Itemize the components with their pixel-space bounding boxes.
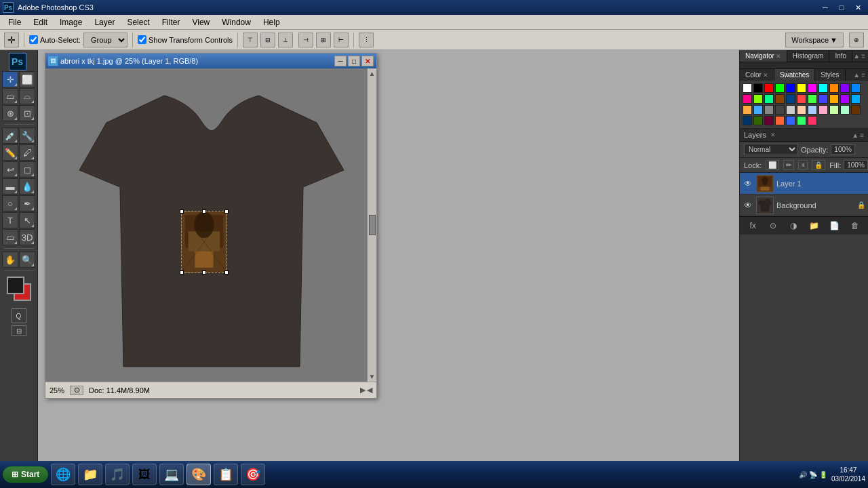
color-swatch[interactable] [851,105,861,115]
color-swatch[interactable] [808,116,817,125]
spot-healing-btn[interactable]: 🔧 [19,127,35,144]
tab-navigator[interactable]: Navigator ✕ [740,50,787,62]
color-tab-close[interactable]: ✕ [763,72,768,79]
align-right-btn[interactable]: ⊢ [334,33,349,47]
screen-mode-btn[interactable]: ⊟ [12,325,26,336]
color-panel-menu-btn[interactable]: ≡ [861,71,865,79]
align-vcenter-btn[interactable]: ⊟ [260,33,275,47]
color-swatch[interactable] [753,116,763,125]
fill-value[interactable]: 100% [844,160,868,170]
lock-all-btn[interactable]: + [798,160,808,170]
zoom-btn[interactable]: ⊙ [70,386,83,395]
maximize-button[interactable]: □ [834,2,849,13]
doc-close-btn[interactable]: ✕ [361,56,374,66]
3d-btn[interactable]: 3D [19,229,35,245]
taskbar-explorer[interactable]: 📁 [78,464,102,485]
hand-tool-btn[interactable]: ✋ [2,251,18,268]
menu-help[interactable]: Help [258,16,285,29]
color-swatch[interactable] [764,116,774,125]
history-brush-btn[interactable]: ↩ [2,161,18,178]
taskbar-media[interactable]: 🎵 [105,464,130,485]
menu-view[interactable]: View [186,16,215,29]
color-swatch[interactable] [764,94,774,104]
color-swatch[interactable] [775,116,785,125]
transform-handle-tl[interactable] [180,209,184,214]
transform-handle-tm[interactable] [202,209,206,214]
color-swatch[interactable] [840,105,850,115]
brush-tool-btn[interactable]: ✏️ [2,144,18,161]
align-hcenter-btn[interactable]: ⊞ [316,33,331,47]
start-button[interactable]: ⊞ Start [3,466,48,483]
taskbar-browser[interactable]: 🌐 [51,464,75,485]
new-group-btn[interactable]: 📁 [808,220,821,232]
color-swatch[interactable] [808,83,817,93]
color-swatch[interactable] [775,94,785,104]
color-swatch[interactable] [753,94,763,104]
navigator-tab-close[interactable]: ✕ [776,53,781,60]
delete-layer-btn[interactable]: 🗑 [848,220,862,232]
color-swatch[interactable] [743,83,752,93]
layer-1-image[interactable] [181,211,227,273]
color-swatch[interactable] [764,83,774,93]
foreground-color-swatch[interactable] [7,277,24,294]
color-swatch[interactable] [829,105,839,115]
add-mask-btn[interactable]: ⊙ [766,220,780,232]
eyedropper-btn[interactable]: 💉 [2,127,18,144]
taskbar-photoshop[interactable]: 🎨 [186,464,211,485]
clone-stamp-btn[interactable]: 🖊 [19,144,35,161]
color-swatch[interactable] [786,94,795,104]
doc-minimize-btn[interactable]: ─ [334,56,347,66]
color-swatch[interactable] [840,94,850,104]
color-panel-collapse-btn[interactable]: ▲ [853,71,860,79]
lock-position-btn[interactable]: ✏ [783,160,794,170]
color-swatch[interactable] [743,94,752,104]
menu-filter[interactable]: Filter [157,16,186,29]
eraser-btn[interactable]: ◻ [19,161,35,178]
extras-btn[interactable]: ⊕ [849,33,864,47]
auto-select-input[interactable] [29,35,38,44]
color-swatch[interactable] [786,83,795,93]
vertical-scrollbar[interactable]: ▲ ▼ [367,68,376,382]
transform-handle-bl[interactable] [180,270,184,274]
taskbar-app-7[interactable]: 🎯 [241,464,265,485]
align-bottom-btn[interactable]: ⊥ [278,33,293,47]
color-swatch[interactable] [775,83,785,93]
color-swatch[interactable] [808,105,817,115]
close-button[interactable]: ✕ [850,2,865,13]
color-swatch[interactable] [753,105,763,115]
layers-menu-btn[interactable]: ≡ [860,131,864,139]
taskbar-computer[interactable]: 💻 [159,464,184,485]
scroll-right-btn[interactable]: ▶ [360,386,366,394]
transform-controls-input[interactable] [138,35,146,44]
dodge-btn[interactable]: ○ [2,195,18,211]
doc-maximize-btn[interactable]: □ [348,56,360,66]
opacity-value[interactable]: 100% [831,144,855,155]
gradient-btn[interactable]: ▬ [2,178,18,195]
auto-select-checkbox[interactable]: Auto-Select: [29,35,81,44]
align-top-btn[interactable]: ⊤ [243,33,258,47]
pen-tool-btn[interactable]: ✒ [19,195,35,211]
color-swatch[interactable] [743,105,752,115]
color-swatch[interactable] [840,83,850,93]
menu-select[interactable]: Select [121,16,155,29]
quick-mask-btn[interactable]: Q [12,308,26,323]
color-swatch[interactable] [818,94,828,104]
type-tool-btn[interactable]: T [2,212,18,228]
tab-histogram[interactable]: Histogram [787,50,830,62]
color-swatch[interactable] [743,116,752,125]
zoom-tool-btn[interactable]: 🔍 [19,251,35,268]
color-swatch[interactable] [808,94,817,104]
color-swatch[interactable] [797,83,806,93]
workspace-button[interactable]: Workspace ▼ [785,33,844,47]
color-swatch[interactable] [797,105,806,115]
distribute-btn[interactable]: ⋮ [359,33,374,47]
quick-select-btn[interactable]: ⊛ [2,105,18,121]
path-select-btn[interactable]: ↖ [19,212,35,228]
blur-btn[interactable]: 💧 [19,178,35,195]
menu-layer[interactable]: Layer [89,16,120,29]
tab-color[interactable]: Color ✕ [740,69,774,81]
menu-edit[interactable]: Edit [28,16,53,29]
transform-handle-br[interactable] [224,270,229,274]
transform-controls-checkbox[interactable]: Show Transform Controls [138,35,233,44]
panel-collapse-btn[interactable]: ▲ [853,52,860,60]
